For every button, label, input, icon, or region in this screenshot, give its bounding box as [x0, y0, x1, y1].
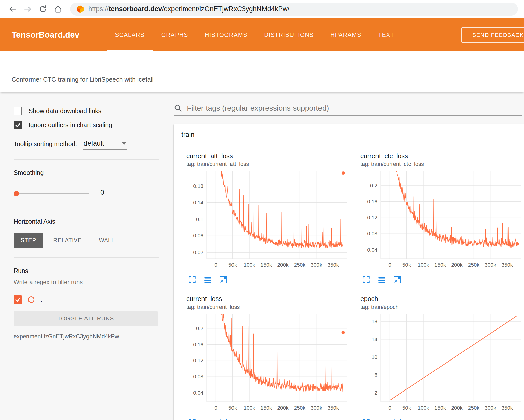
svg-text:250k: 250k — [294, 405, 306, 411]
svg-text:350k: 350k — [327, 405, 339, 411]
svg-text:14: 14 — [372, 336, 378, 342]
chart-toolbar — [360, 271, 524, 291]
experiment-subheader: Conformer CTC training for LibriSpeech w… — [0, 51, 524, 92]
show-download-links-checkbox[interactable] — [14, 107, 22, 115]
svg-text:0.04: 0.04 — [367, 247, 377, 253]
chart-title: current_loss — [186, 295, 354, 303]
tab-scalars[interactable]: SCALARS — [107, 18, 153, 51]
svg-text:0.1: 0.1 — [196, 216, 203, 222]
sidebar-divider — [14, 159, 159, 160]
axis-wall-button[interactable]: WALL — [92, 233, 122, 248]
svg-text:200k: 200k — [277, 405, 289, 411]
section-title[interactable]: train — [174, 124, 524, 145]
filter-tags-row — [174, 104, 522, 116]
runs-filter-input[interactable] — [14, 275, 159, 288]
fullscreen-icon[interactable] — [188, 418, 196, 420]
sidebar-divider — [14, 208, 159, 208]
horizontal-axis-label: Horizontal Axis — [14, 218, 159, 225]
home-icon[interactable] — [51, 3, 65, 16]
checkmark-icon — [15, 122, 21, 128]
chart-plot[interactable]: 0.040.080.120.160.2050k100k150k200k250k3… — [186, 312, 350, 413]
fullscreen-icon[interactable] — [188, 275, 196, 284]
smoothing-slider[interactable] — [14, 191, 89, 196]
tensorboard-favicon-icon — [76, 5, 84, 13]
tab-distributions[interactable]: DISTRIBUTIONS — [256, 18, 322, 51]
search-icon — [174, 104, 182, 112]
address-bar[interactable]: https://tensorboard.dev/experiment/lzGnE… — [70, 3, 518, 16]
chart-title: epoch — [360, 295, 524, 303]
chart-card-current-loss: current_loss tag: train/current_loss 0.0… — [180, 291, 354, 420]
svg-text:0.18: 0.18 — [193, 183, 203, 189]
data-lines-icon[interactable] — [203, 275, 212, 284]
forward-icon[interactable] — [21, 3, 34, 16]
ignore-outliers-checkbox[interactable] — [14, 121, 22, 129]
svg-text:200k: 200k — [451, 405, 463, 411]
svg-text:350k: 350k — [327, 262, 339, 268]
svg-text:0.16: 0.16 — [193, 342, 203, 347]
svg-text:250k: 250k — [468, 262, 480, 268]
reload-icon[interactable] — [36, 3, 49, 16]
tab-histograms[interactable]: HISTOGRAMS — [196, 18, 256, 51]
url-scheme: https:// — [88, 5, 109, 13]
ignore-outliers-label: Ignore outliers in chart scaling — [28, 121, 112, 129]
svg-text:0.08: 0.08 — [193, 374, 203, 379]
svg-text:100k: 100k — [244, 262, 255, 268]
svg-text:0: 0 — [388, 262, 391, 268]
train-section-card: train current_att_loss tag: train/curren… — [174, 124, 524, 420]
svg-text:0.16: 0.16 — [367, 199, 377, 204]
svg-text:0.08: 0.08 — [367, 231, 377, 236]
fit-domain-icon[interactable] — [219, 275, 228, 284]
chart-card-current-ctc-loss: current_ctc_loss tag: train/current_ctc_… — [354, 148, 524, 291]
data-lines-icon[interactable] — [203, 418, 212, 420]
fit-domain-icon[interactable] — [393, 275, 402, 284]
chart-plot[interactable]: 0.040.080.120.160.2050k100k150k200k250k3… — [360, 169, 524, 270]
fullscreen-icon[interactable] — [362, 275, 370, 284]
tensorboard-logo[interactable]: TensorBoard.dev — [0, 18, 79, 51]
chart-toolbar — [186, 271, 354, 291]
data-lines-icon[interactable] — [377, 418, 386, 420]
ignore-outliers-row[interactable]: Ignore outliers in chart scaling — [14, 121, 159, 129]
chart-tag: tag: train/epoch — [360, 304, 524, 310]
send-feedback-button[interactable]: SEND FEEDBACK — [461, 27, 524, 43]
fullscreen-icon[interactable] — [362, 418, 370, 420]
horizontal-axis-buttons: STEP RELATIVE WALL — [14, 233, 159, 248]
show-download-links-row[interactable]: Show data download links — [14, 107, 159, 115]
data-lines-icon[interactable] — [377, 275, 386, 284]
slider-track[interactable] — [14, 193, 89, 194]
run-checkbox[interactable] — [14, 295, 22, 304]
tooltip-sorting-dropdown[interactable]: default — [83, 140, 127, 150]
svg-text:100k: 100k — [244, 405, 255, 411]
svg-text:50k: 50k — [228, 405, 237, 411]
axis-step-button[interactable]: STEP — [14, 233, 43, 248]
fit-domain-icon[interactable] — [219, 418, 228, 420]
tooltip-sorting-label: Tooltip sorting method: — [14, 140, 77, 150]
chart-plot[interactable]: 26101418050k100k150k200k250k300k350k — [360, 312, 524, 413]
svg-text:6: 6 — [374, 372, 377, 378]
svg-text:0.14: 0.14 — [193, 200, 203, 205]
run-row[interactable]: . — [14, 295, 159, 304]
run-color-swatch-icon — [28, 296, 34, 303]
filter-tags-input[interactable] — [187, 104, 522, 112]
slider-thumb[interactable] — [14, 191, 19, 196]
chart-plot[interactable]: 0.020.060.10.140.18050k100k150k200k250k3… — [186, 169, 350, 270]
svg-text:150k: 150k — [260, 405, 272, 411]
tab-text[interactable]: TEXT — [370, 18, 403, 51]
svg-text:50k: 50k — [402, 405, 411, 411]
axis-relative-button[interactable]: RELATIVE — [46, 233, 89, 248]
toggle-all-runs-button[interactable]: TOGGLE ALL RUNS — [14, 311, 158, 326]
main-nav-tabs: SCALARS GRAPHS HISTOGRAMS DISTRIBUTIONS … — [107, 18, 403, 51]
svg-text:0.12: 0.12 — [367, 215, 377, 220]
svg-text:250k: 250k — [294, 262, 306, 268]
fit-domain-icon[interactable] — [393, 418, 402, 420]
svg-text:350k: 350k — [501, 405, 513, 411]
svg-text:0: 0 — [388, 405, 391, 411]
tab-graphs[interactable]: GRAPHS — [153, 18, 196, 51]
back-icon[interactable] — [6, 3, 19, 16]
smoothing-label: Smoothing — [14, 169, 159, 176]
settings-sidebar: Show data download links Ignore outliers… — [0, 92, 163, 420]
experiment-title: Conformer CTC training for LibriSpeech w… — [12, 76, 154, 83]
browser-toolbar: https://tensorboard.dev/experiment/lzGnE… — [0, 0, 524, 18]
tab-hparams[interactable]: HPARAMS — [322, 18, 370, 51]
smoothing-value-input[interactable] — [98, 189, 121, 198]
url-text[interactable]: https://tensorboard.dev/experiment/lzGnE… — [88, 5, 289, 13]
